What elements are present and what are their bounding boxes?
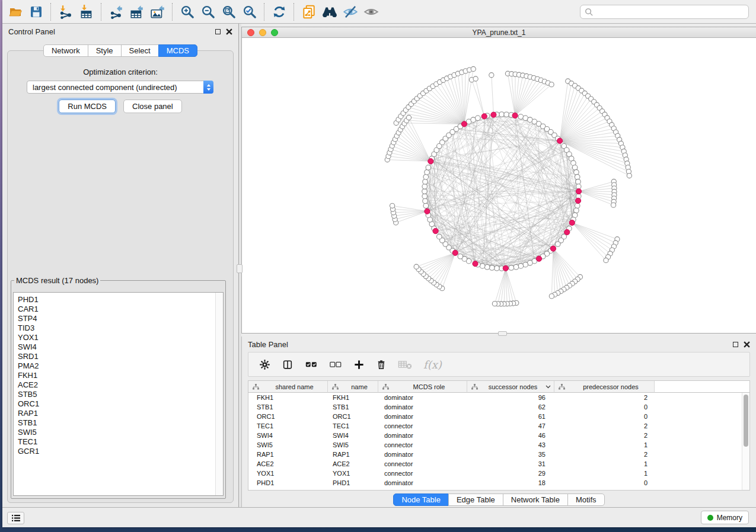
mcds-node-item[interactable]: SRD1 <box>18 352 223 361</box>
cell-shared-name[interactable]: FKH1 <box>248 393 328 402</box>
export-image-icon[interactable] <box>147 2 168 22</box>
cell-successor-nodes[interactable]: 29 <box>467 469 554 478</box>
cell-shared-name[interactable]: SWI4 <box>248 431 328 440</box>
cell-predecessor-nodes[interactable]: 2 <box>554 421 655 431</box>
table-row[interactable]: TEC1TEC1connector472 <box>248 421 749 431</box>
column-header-name[interactable]: name <box>328 381 378 393</box>
cell-mcds-role[interactable]: dominator <box>378 450 467 459</box>
mcds-node-item[interactable]: STB5 <box>18 390 223 399</box>
table-scrollbar[interactable] <box>742 393 749 490</box>
mcds-node-item[interactable]: FKH1 <box>18 371 223 380</box>
mcds-node-item[interactable]: PMA2 <box>18 361 223 371</box>
mcds-node-item[interactable]: ORC1 <box>18 399 223 409</box>
save-icon[interactable] <box>25 2 46 22</box>
mcds-node-item[interactable]: RAP1 <box>18 409 223 418</box>
first-neighbors-icon[interactable] <box>319 2 340 22</box>
cell-mcds-role[interactable]: connector <box>378 421 467 431</box>
new-network-from-selection-icon[interactable] <box>298 2 319 22</box>
tab-edge-table[interactable]: Edge Table <box>448 493 503 506</box>
zoom-out-icon[interactable] <box>197 2 218 22</box>
cell-successor-nodes[interactable]: 96 <box>467 393 554 402</box>
column-header-shared-name[interactable]: shared name <box>248 381 328 393</box>
mcds-node-item[interactable]: SWI4 <box>18 342 223 352</box>
mcds-node-item[interactable]: PHD1 <box>18 295 223 305</box>
mcds-node-item[interactable]: GCR1 <box>18 447 223 456</box>
cell-mcds-role[interactable]: dominator <box>378 478 467 488</box>
table-row[interactable]: PHD1PHD1dominator180 <box>248 478 749 488</box>
deselect-all-icon[interactable] <box>329 360 342 369</box>
zoom-fit-icon[interactable] <box>218 2 239 22</box>
cell-successor-nodes[interactable]: 61 <box>467 412 554 421</box>
cell-predecessor-nodes[interactable]: 0 <box>554 478 655 488</box>
cell-name[interactable]: RAP1 <box>328 450 378 459</box>
import-table-icon[interactable] <box>76 2 97 22</box>
mcds-node-item[interactable]: YOX1 <box>18 333 223 342</box>
add-row-icon[interactable] <box>353 359 365 370</box>
table-divider-grip[interactable] <box>498 331 507 336</box>
cell-shared-name[interactable]: RAP1 <box>248 450 328 459</box>
tab-network[interactable]: Network <box>43 44 88 57</box>
mcds-list-scrollbar[interactable] <box>215 293 223 495</box>
zoom-selected-icon[interactable] <box>239 2 260 22</box>
tab-select[interactable]: Select <box>121 44 159 57</box>
network-canvas[interactable] <box>242 38 756 333</box>
hide-selected-icon[interactable] <box>340 2 361 22</box>
mcds-node-item[interactable]: CAR1 <box>18 305 223 314</box>
cell-name[interactable]: PHD1 <box>328 478 378 488</box>
cell-name[interactable]: FKH1 <box>328 393 378 402</box>
mcds-node-item[interactable]: TID3 <box>18 323 223 333</box>
table-scrollbar-thumb[interactable] <box>744 395 748 447</box>
run-mcds-button[interactable]: Run MCDS <box>59 100 116 113</box>
cell-shared-name[interactable]: ACE2 <box>248 459 328 469</box>
close-table-panel-icon[interactable] <box>744 341 750 348</box>
delete-row-icon[interactable] <box>376 359 387 370</box>
cell-predecessor-nodes[interactable]: 1 <box>554 459 655 469</box>
column-header-successor-nodes[interactable]: successor nodes <box>467 381 554 393</box>
mcds-node-item[interactable]: SWI5 <box>18 428 223 437</box>
cell-mcds-role[interactable]: connector <box>378 440 467 450</box>
window-minimize-icon[interactable] <box>259 29 266 36</box>
cell-successor-nodes[interactable]: 62 <box>467 402 554 412</box>
cell-name[interactable]: TEC1 <box>328 421 378 431</box>
network-window-titlebar[interactable]: YPA_prune.txt_1 <box>242 27 756 38</box>
tab-mcds[interactable]: MCDS <box>158 44 197 57</box>
search-input[interactable] <box>594 8 744 16</box>
cell-name[interactable]: SWI5 <box>328 440 378 450</box>
cell-name[interactable]: ACE2 <box>328 459 378 469</box>
mcds-node-item[interactable]: TEC1 <box>18 437 223 447</box>
close-panel-button[interactable]: Close panel <box>123 100 182 113</box>
mcds-node-item[interactable]: STP4 <box>18 314 223 323</box>
table-row[interactable]: ACE2ACE2connector311 <box>248 459 749 469</box>
table-row[interactable]: RAP1RAP1dominator352 <box>248 450 749 459</box>
mcds-result-list[interactable]: PHD1CAR1STP4TID3YOX1SWI4SRD1PMA2FKH1ACE2… <box>13 292 224 496</box>
float-panel-button[interactable] <box>215 29 221 34</box>
cell-successor-nodes[interactable]: 18 <box>467 478 554 488</box>
export-table-icon[interactable] <box>126 2 147 22</box>
tab-style[interactable]: Style <box>88 44 122 57</box>
tab-node-table[interactable]: Node Table <box>393 493 449 506</box>
cell-predecessor-nodes[interactable]: 1 <box>554 440 655 450</box>
cell-mcds-role[interactable]: dominator <box>378 393 467 402</box>
show-all-icon[interactable] <box>361 2 381 22</box>
tab-network-table[interactable]: Network Table <box>503 493 568 506</box>
select-all-icon[interactable] <box>305 360 318 369</box>
cell-shared-name[interactable]: PHD1 <box>248 478 328 488</box>
cell-mcds-role[interactable]: connector <box>378 459 467 469</box>
panel-divider-grip[interactable] <box>237 264 243 273</box>
open-file-icon[interactable] <box>5 2 25 22</box>
settings-gear-icon[interactable] <box>259 359 270 370</box>
cell-shared-name[interactable]: YOX1 <box>248 469 328 478</box>
cell-successor-nodes[interactable]: 47 <box>467 421 554 431</box>
cell-mcds-role[interactable]: dominator <box>378 431 467 440</box>
cell-predecessor-nodes[interactable]: 0 <box>554 412 655 421</box>
network-graph[interactable] <box>242 38 756 331</box>
import-network-icon[interactable] <box>55 2 76 22</box>
cell-successor-nodes[interactable]: 46 <box>467 431 554 440</box>
table-row[interactable]: STB1STB1dominator620 <box>248 402 749 412</box>
cell-predecessor-nodes[interactable]: 1 <box>554 469 655 478</box>
column-header-mcds-role[interactable]: MCDS role <box>378 381 467 393</box>
table-row[interactable]: YOX1YOX1connector291 <box>248 469 749 478</box>
cell-successor-nodes[interactable]: 31 <box>467 459 554 469</box>
table-row[interactable]: SWI4SWI4dominator462 <box>248 431 749 440</box>
cell-mcds-role[interactable]: dominator <box>378 412 467 421</box>
